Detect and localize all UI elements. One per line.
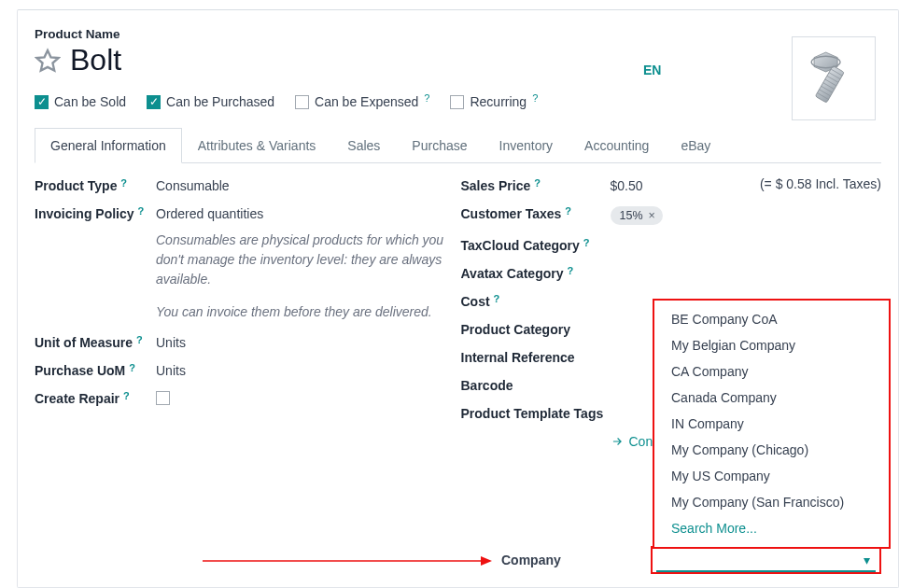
company-option[interactable]: BE Company CoA	[654, 306, 889, 332]
recurring-checkbox[interactable]: Recurring ?	[450, 94, 538, 109]
tab-general-information[interactable]: General Information	[35, 128, 182, 163]
remove-tag-icon[interactable]: ×	[649, 209, 655, 222]
annotation-arrow-icon	[203, 553, 492, 568]
invoicing-hint-1: Consumables are physical products for wh…	[156, 231, 455, 289]
tab-attributes-variants[interactable]: Attributes & Variants	[182, 128, 332, 162]
bolt-icon	[801, 46, 866, 111]
help-icon[interactable]: ?	[494, 293, 500, 304]
company-option[interactable]: IN Company	[654, 411, 889, 437]
checkbox-icon	[295, 95, 309, 109]
tab-inventory[interactable]: Inventory	[484, 128, 569, 162]
sales-price-value[interactable]: $0.50	[611, 178, 643, 193]
purchase-uom-value[interactable]: Units	[156, 361, 456, 378]
tab-accounting[interactable]: Accounting	[569, 128, 665, 162]
internal-reference-label: Internal Reference	[461, 348, 611, 365]
search-more-option[interactable]: Search More...	[654, 515, 889, 541]
create-repair-label: Create Repair	[35, 391, 119, 406]
company-option[interactable]: CA Company	[654, 358, 889, 385]
cost-label: Cost	[461, 294, 490, 309]
checkbox-checked-icon: ✓	[147, 95, 161, 109]
help-icon[interactable]: ?	[567, 265, 573, 276]
taxcloud-category-value[interactable]	[611, 236, 882, 238]
checkbox-checked-icon: ✓	[35, 95, 49, 109]
product-name: Bolt	[70, 43, 121, 77]
tab-bar: General Information Attributes & Variant…	[35, 128, 881, 163]
favorite-star-icon[interactable]	[35, 48, 61, 74]
language-badge[interactable]: EN	[643, 63, 661, 77]
help-icon[interactable]: ?	[123, 390, 130, 401]
product-image[interactable]	[792, 36, 876, 120]
help-icon[interactable]: ?	[137, 205, 144, 217]
company-option[interactable]: Canada Company	[654, 385, 889, 411]
company-input[interactable]	[656, 548, 876, 572]
help-icon[interactable]: ?	[532, 92, 538, 104]
product-category-label: Product Category	[461, 320, 611, 337]
company-option[interactable]: My Company (San Francisco)	[654, 489, 889, 515]
invoicing-hint-2: You can invoice them before they are del…	[156, 302, 455, 322]
can-be-sold-checkbox[interactable]: ✓ Can be Sold	[35, 94, 126, 109]
barcode-label: Barcode	[461, 376, 611, 393]
can-be-expensed-checkbox[interactable]: Can be Expensed ?	[295, 94, 429, 109]
purchase-uom-label: Purchase UoM	[35, 363, 125, 378]
arrow-right-icon	[611, 435, 624, 448]
create-repair-checkbox[interactable]	[156, 391, 170, 405]
help-icon[interactable]: ?	[583, 237, 590, 248]
product-name-label: Product Name	[35, 27, 881, 41]
uom-label: Unit of Measure	[35, 335, 133, 350]
tab-ebay[interactable]: eBay	[665, 128, 726, 162]
avatax-category-value[interactable]	[611, 264, 882, 266]
cost-value[interactable]	[611, 292, 882, 294]
customer-taxes-label: Customer Taxes	[461, 206, 562, 221]
uom-value[interactable]: Units	[156, 333, 456, 350]
svg-marker-12	[481, 556, 492, 566]
invoicing-policy-value[interactable]: Ordered quantities	[156, 206, 456, 221]
help-icon[interactable]: ?	[534, 177, 541, 189]
invoicing-policy-label: Invoicing Policy	[35, 206, 134, 221]
can-be-purchased-checkbox[interactable]: ✓ Can be Purchased	[147, 94, 274, 109]
avatax-category-label: Avatax Category	[461, 266, 564, 281]
company-option[interactable]: My Belgian Company	[654, 332, 889, 358]
help-icon[interactable]: ?	[120, 177, 127, 189]
product-template-tags-label: Product Template Tags	[461, 404, 639, 421]
taxcloud-category-label: TaxCloud Category	[461, 238, 580, 253]
help-icon[interactable]: ?	[129, 362, 135, 373]
checkbox-icon	[450, 95, 464, 109]
sales-price-label: Sales Price	[461, 178, 531, 193]
product-type-value[interactable]: Consumable	[156, 176, 456, 193]
product-type-label: Product Type	[35, 178, 117, 193]
company-dropdown[interactable]: BE Company CoA My Belgian Company CA Com…	[653, 299, 891, 549]
company-option[interactable]: My Company (Chicago)	[654, 437, 889, 463]
company-option[interactable]: My US Company	[654, 463, 889, 489]
tax-tag[interactable]: 15%×	[611, 206, 663, 225]
help-icon[interactable]: ?	[136, 334, 143, 345]
help-icon[interactable]: ?	[565, 205, 571, 217]
tab-purchase[interactable]: Purchase	[396, 128, 483, 162]
feature-checkboxes: ✓ Can be Sold ✓ Can be Purchased Can be …	[35, 94, 881, 109]
company-label: Company	[501, 553, 651, 567]
incl-taxes-label: (= $ 0.58 Incl. Taxes)	[760, 176, 881, 191]
tab-sales[interactable]: Sales	[331, 128, 396, 162]
svg-rect-1	[815, 65, 844, 103]
help-icon[interactable]: ?	[424, 92, 429, 104]
